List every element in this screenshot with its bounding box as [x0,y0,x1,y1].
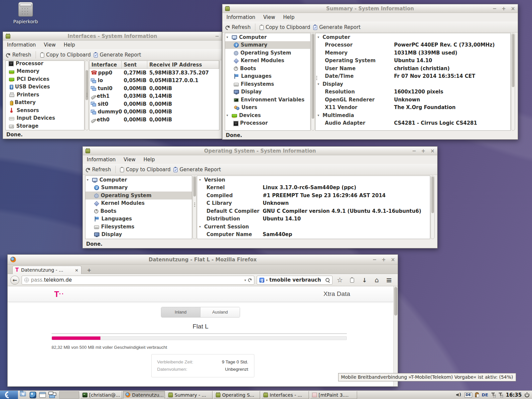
details-scrollbar[interactable] [431,176,435,239]
pane-handle[interactable] [316,76,317,77]
generate-report-button[interactable]: Generate Report [313,24,361,30]
detail-row[interactable]: Operating SystemUbuntu 14.10 [316,57,510,65]
expander-icon[interactable] [199,225,202,228]
inland-tab[interactable]: Inland [161,307,200,317]
tab-datennutzung[interactable]: T Datennutzung - ... × [12,266,81,274]
sidebar-scrollbar[interactable] [85,61,89,130]
minimize-button[interactable]: − [215,32,219,40]
tree-scrollbar[interactable] [193,176,197,239]
titlebar[interactable]: Operating System - System Information − … [83,147,437,155]
task-firefox[interactable]: Datennutzu... [123,391,165,399]
reading-list-icon[interactable] [347,277,357,284]
tree-item-computer[interactable]: Computer [85,176,192,184]
close-button[interactable]: × [430,147,435,155]
generate-report-button[interactable]: Generate Report [94,52,141,58]
table-row[interactable]: ppp0 0,27MiB5,98MiB37.83.75.207 [89,69,219,77]
detail-row[interactable]: OpenGL RendererUnknown [316,96,510,104]
refresh-button[interactable]: Refresh [6,52,31,58]
detail-row[interactable]: Audio AdapterCS4281 - Cirrus Logic CS428… [316,119,510,127]
tree-item-computer[interactable]: Computer [225,33,310,41]
detail-row[interactable]: C LibraryUnknown [197,200,430,207]
tree-item-environment-variables[interactable]: Environment Variables [225,96,310,104]
desktop-launcher[interactable] [38,391,47,399]
keyboard-layout-badge[interactable]: DE [465,392,472,398]
tree-item-users[interactable]: Users [225,104,310,112]
maximize-button[interactable]: + [382,256,386,264]
detail-row[interactable]: Default C CompilerGNU C Compiler version… [197,207,430,215]
search-magnifier-icon[interactable] [325,278,330,282]
group-computer[interactable]: Computer [316,33,510,41]
list-item-printers[interactable]: Printers [6,91,84,99]
menu-help[interactable]: Help [64,42,75,48]
copy-to-clipboard-button[interactable]: Copy to Clipboard [260,24,310,30]
detail-row[interactable]: Compiled#1 PREEMPT Tue Sep 23 16:29:46 A… [197,192,430,200]
minimize-button[interactable]: − [412,147,416,155]
tree-item-filesystems[interactable]: Filesystems [225,80,310,88]
expander-icon[interactable] [226,36,230,39]
list-item-input[interactable]: Input Devices [6,114,84,122]
maximize-button[interactable]: + [502,5,506,13]
mobile-signal-icon[interactable]: H [498,392,503,398]
shutdown-icon[interactable] [525,393,529,397]
detail-row[interactable]: Resolution1600x1200 pixels [316,88,510,96]
tree-item-kernel-modules[interactable]: Kernel Modules [225,57,310,65]
workspace-pager[interactable] [59,391,79,399]
file-manager-launcher[interactable] [19,391,28,399]
titlebar[interactable]: Datennutzung - Flat L - Mozilla Firefox … [8,255,398,265]
expander-icon[interactable] [318,82,321,86]
copy-to-clipboard-button[interactable]: Copy to Clipboard [40,52,91,58]
minimize-button[interactable]: − [492,5,497,13]
volume-icon[interactable] [456,393,462,397]
bookmark-star-icon[interactable]: ☆ [335,276,345,284]
tree-item-filesystems[interactable]: Filesystems [85,223,192,231]
tree-item-display[interactable]: Display [85,231,192,239]
table-row[interactable]: eth0 0,00MiB0,00MiB [89,116,219,124]
detail-row[interactable]: KernelLinux 3.17.0-rc6-Sam440ep (ppc) [197,184,430,192]
task-summary[interactable]: Summary - ... [166,391,212,399]
list-item-pci[interactable]: PCI Devices [6,75,84,83]
menu-information[interactable]: Information [226,14,255,20]
detail-row[interactable]: ProcessorPowerPC 440EP Rev. C (733,00MHz… [316,41,510,49]
menu-view[interactable]: View [124,157,136,163]
generate-report-button[interactable]: Generate Report [174,167,221,173]
mobile-signal-icon[interactable]: H [491,392,495,398]
tab-close-icon[interactable]: × [75,268,78,273]
task-terminal[interactable]: [christian@... [80,391,122,399]
detail-row[interactable]: Date/TimeFr 07 Nov 2014 16:35:14 CET [316,72,510,80]
tree-item-languages[interactable]: Languages [85,215,192,223]
table-row[interactable]: dummy0 0,00MiB0,00MiB [89,108,219,116]
tree-item-summary[interactable]: Summary [225,41,310,49]
col-sent[interactable]: Sent [122,61,147,69]
google-search-icon[interactable] [259,278,264,283]
detail-row[interactable]: X11 VendorThe X.Org Foundation [316,104,510,112]
table-row[interactable]: eth1 0,03MiB0,14MiB [89,92,219,100]
search-engine-dropdown-icon[interactable]: ▾ [266,278,268,282]
keyboard-layout-text[interactable]: DE [482,392,488,397]
menu-information[interactable]: Information [87,157,116,163]
list-item-battery[interactable]: Battery [6,99,84,107]
page-scrollbar[interactable] [393,286,398,386]
tree-item-operating-system[interactable]: Operating System [225,49,310,57]
expander-icon[interactable] [318,36,321,39]
tree-item-kernel-modules[interactable]: Kernel Modules [85,200,192,207]
clock[interactable]: 16:35 [506,392,522,398]
tree-item-boots[interactable]: Boots [85,207,192,215]
group-display[interactable]: Display [316,80,510,88]
task-mtpaint[interactable]: [mtPaint 3.... [310,391,357,399]
col-ip[interactable]: IP Address [170,61,219,69]
expander-icon[interactable] [199,178,202,182]
titlebar[interactable]: Summary - System Information − + × [222,4,518,13]
titlebar[interactable]: Interfaces - System Information − [3,32,222,41]
desktop-icon-trash[interactable]: Papierkorb [7,2,44,24]
menu-information[interactable]: Information [7,42,36,48]
details-scrollbar[interactable] [511,33,515,131]
close-button[interactable]: × [391,256,395,264]
menu-view[interactable]: View [263,14,275,20]
new-tab-button[interactable]: + [85,267,93,274]
copy-to-clipboard-button[interactable]: Copy to Clipboard [120,167,171,173]
group-version[interactable]: Version [197,176,430,184]
list-item-storage[interactable]: Storage [6,122,84,130]
reload-icon[interactable] [247,277,252,282]
back-button[interactable]: ← [10,276,19,285]
start-menu-button[interactable] [0,391,18,399]
